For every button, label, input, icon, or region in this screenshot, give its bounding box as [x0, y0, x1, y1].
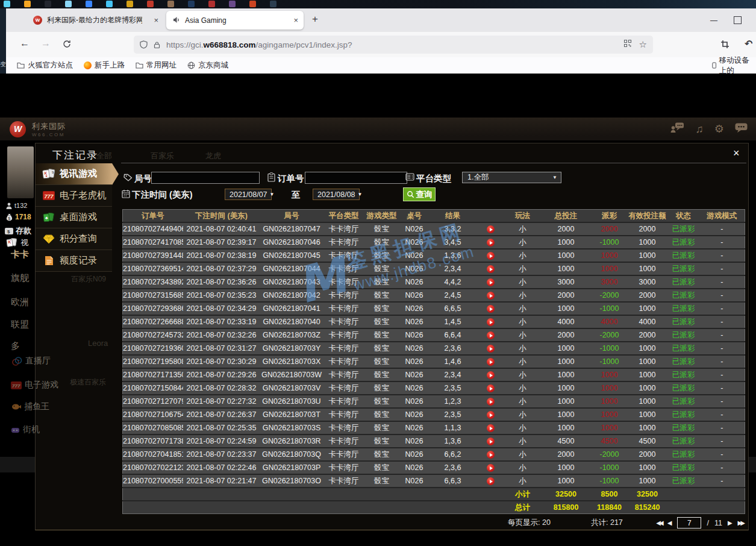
bookmark-item[interactable]: 新手上路	[84, 60, 125, 71]
table-cell: N026	[399, 315, 430, 328]
avatar	[7, 146, 34, 198]
table-cell: 1,2,3	[430, 395, 476, 408]
video-play-icon[interactable]	[487, 424, 495, 432]
table-cell: 小	[505, 302, 540, 315]
video-play-icon[interactable]	[487, 398, 495, 406]
lobby-deposit: 存款	[16, 225, 31, 236]
video-play-icon[interactable]	[487, 265, 495, 273]
table-cell: 6,6,5	[430, 302, 476, 315]
lobby-hall: 多	[11, 340, 20, 352]
menu-item-points[interactable]: 积分查询	[36, 228, 112, 250]
video-cell	[476, 395, 505, 408]
table-cell: 小	[505, 249, 540, 262]
table-cell: 1,1,3	[430, 421, 476, 435]
table-cell: 1000	[627, 368, 668, 381]
table-row: 2108070271508442021-08-07 02:28:32GN0262…	[123, 381, 745, 395]
platform-label: 平台类型	[416, 173, 451, 184]
table-cell: 已派彩	[668, 302, 699, 315]
close-icon[interactable]: ×	[733, 147, 740, 160]
platform-list-icon	[405, 173, 414, 181]
new-tab-button[interactable]: +	[312, 13, 318, 25]
table-cell: N026	[399, 355, 430, 368]
table-cell: 小	[505, 408, 540, 421]
svg-text:K: K	[45, 171, 48, 175]
table-cell: 骰宝	[364, 435, 399, 448]
last-page-button[interactable]: ▶▶	[738, 519, 743, 526]
menu-item-quota-records[interactable]: 额度记录	[36, 250, 112, 272]
date-from-select[interactable]: 2021/08/07 ▼	[225, 189, 272, 200]
video-play-icon[interactable]	[487, 371, 495, 379]
qr-code-icon[interactable]	[623, 39, 632, 50]
url-bar[interactable]: https://gci.w668818.com/agingame/pcv1/in…	[134, 36, 653, 54]
support-chat-icon[interactable]	[670, 122, 684, 136]
menu-item-slots[interactable]: 777 电子老虎机	[36, 185, 112, 207]
reload-button[interactable]	[63, 40, 71, 51]
lock-icon	[154, 41, 160, 49]
screenshot-crop-icon[interactable]	[720, 40, 729, 51]
table-row: 2108070273156852021-08-07 02:35:23GN0262…	[123, 289, 745, 302]
video-cell	[476, 421, 505, 435]
bookmark-star-icon[interactable]: ☆	[639, 39, 647, 50]
video-play-icon[interactable]	[487, 345, 495, 353]
table-cell: 2,4,5	[430, 289, 476, 302]
menu-item-video-games[interactable]: 9K 视讯游戏	[36, 163, 112, 185]
table-cell: 卡卡湾厅	[323, 474, 364, 488]
video-play-icon[interactable]	[487, 477, 495, 485]
page-number-input[interactable]	[677, 517, 701, 529]
table-cell: 骰宝	[364, 249, 399, 262]
video-play-icon[interactable]	[487, 305, 495, 313]
video-play-icon[interactable]	[487, 358, 495, 366]
table-cell: -1000	[592, 342, 627, 355]
video-play-icon[interactable]	[487, 278, 495, 286]
undo-arrow-icon[interactable]: ↶	[745, 38, 752, 49]
forward-button[interactable]: →	[41, 38, 51, 49]
table-cell: -	[699, 395, 745, 408]
tab-asia-gaming[interactable]: Asia Gaming ×	[166, 11, 304, 30]
menu-item-table-games[interactable]: ♣ 桌面游戏	[36, 207, 112, 228]
gear-icon[interactable]: ⚙	[714, 122, 724, 136]
close-icon[interactable]: ×	[293, 16, 298, 25]
prev-page-button[interactable]: ◀	[667, 519, 672, 526]
chat-bubble-icon[interactable]	[735, 123, 748, 136]
first-page-button[interactable]: ◀◀	[656, 519, 661, 526]
close-icon[interactable]: ×	[154, 16, 158, 25]
music-icon[interactable]: ♫	[695, 123, 704, 136]
video-play-icon[interactable]	[487, 451, 495, 459]
document-icon	[42, 256, 56, 266]
playing-cards-icon: 9K	[42, 169, 56, 180]
tab-lilai[interactable]: W 利来国际-最给力的老牌博彩网站 ×	[28, 11, 164, 30]
table-cell: 2021-08-07 02:29:26	[183, 368, 260, 381]
video-play-icon[interactable]	[487, 384, 495, 392]
table-cell: 210807027171350	[123, 368, 183, 381]
video-cell	[476, 355, 505, 368]
date-to-select[interactable]: 2021/08/08 ▼	[313, 189, 360, 200]
video-play-icon[interactable]	[487, 239, 495, 246]
platform-select[interactable]: 1.全部 ▼	[462, 172, 561, 183]
bookmark-item[interactable]: 火狐官方站点	[17, 60, 73, 71]
back-button[interactable]: ←	[20, 38, 30, 49]
table-cell: 骰宝	[364, 315, 399, 328]
table-cell: GN0262180703Y	[260, 342, 323, 355]
table-cell: 骰宝	[364, 381, 399, 395]
video-play-icon[interactable]	[487, 411, 495, 419]
table-row: 2108070271713502021-08-07 02:29:26GN0262…	[123, 368, 745, 381]
minimize-button[interactable]: —	[705, 8, 723, 32]
video-play-icon[interactable]	[487, 318, 495, 326]
maximize-button[interactable]	[734, 16, 742, 24]
video-play-icon[interactable]	[487, 464, 495, 472]
video-play-icon[interactable]	[487, 438, 495, 445]
video-play-icon[interactable]	[487, 225, 495, 233]
bookmark-mobile[interactable]: 移动设备上的	[712, 55, 756, 76]
next-page-button[interactable]: ▶	[728, 519, 733, 526]
search-button[interactable]: 查询	[403, 187, 436, 201]
video-play-icon[interactable]	[487, 292, 495, 300]
bookmark-item[interactable]: 常用网址	[136, 60, 177, 71]
video-play-icon[interactable]	[487, 252, 495, 260]
video-play-icon[interactable]	[487, 331, 495, 339]
table-cell: -	[699, 328, 745, 342]
table-cell: N026	[399, 262, 430, 275]
table-cell: -	[699, 408, 745, 421]
order-input[interactable]	[305, 172, 407, 184]
bookmark-item[interactable]: 京东商城	[187, 60, 228, 71]
round-input[interactable]	[151, 172, 260, 184]
